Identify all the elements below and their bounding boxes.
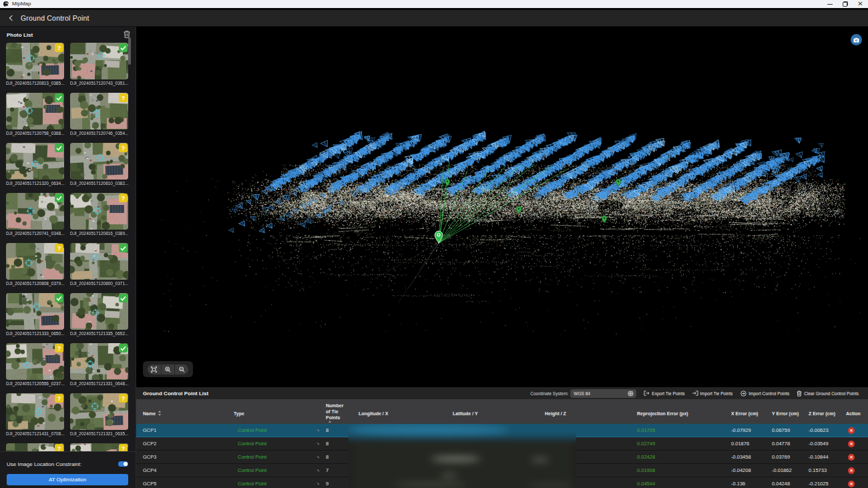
photo-item[interactable]: ? <box>6 443 64 451</box>
photo-thumbnail[interactable]: ? <box>6 393 64 430</box>
photo-thumbnail[interactable]: ? <box>70 393 128 430</box>
column-header-name[interactable]: Name <box>136 399 227 427</box>
photo-item[interactable]: ?DJI_20240517120810_0382... <box>70 143 128 187</box>
photo-item[interactable]: ?DJI_20240517120556_0237... <box>6 343 64 387</box>
photo-thumbnail[interactable]: ? <box>70 443 128 451</box>
check-icon <box>56 95 62 101</box>
photo-thumbnail[interactable]: ? <box>6 443 64 451</box>
column-header-height-z: Height / Z <box>538 399 626 427</box>
photo-thumbnail[interactable]: ? <box>70 143 128 180</box>
export-tie-points-button[interactable]: Export Tie Points <box>644 391 684 396</box>
photo-thumbnail[interactable]: ? <box>6 343 64 380</box>
zoom-out-button[interactable] <box>174 364 188 375</box>
photo-name: DJI_20240517121320_0634... <box>6 180 66 187</box>
delete-gcp-button[interactable]: ✕ <box>848 481 855 487</box>
photo-item[interactable]: DJI_20240517121331_0648... <box>70 343 128 387</box>
gcp-row-gcp1[interactable]: GCP1Control Point80.01705-0.079290.06759… <box>136 424 868 437</box>
back-icon[interactable] <box>9 15 15 21</box>
gcp-panel-actions: Coordinate System: WGS 84 <box>530 387 868 399</box>
import-tie-points-button[interactable]: Import Tie Points <box>692 391 733 396</box>
point-cloud-viewport[interactable] <box>136 27 868 387</box>
import-control-points-button[interactable]: Import Control Points <box>740 391 789 397</box>
coordinate-system-label: Coordinate System: <box>530 391 568 396</box>
photo-verified-badge <box>119 294 128 302</box>
photo-name: DJI_20240517120743_0351... <box>70 80 130 87</box>
photo-thumbnail[interactable]: ? <box>70 93 128 130</box>
page-title: Ground Control Point <box>21 14 89 22</box>
delete-gcp-button[interactable]: ✕ <box>848 427 855 434</box>
gcp-type-select[interactable]: Control Point <box>238 427 319 433</box>
photo-item[interactable]: DJI_20240517120741_0348... <box>6 193 64 237</box>
delete-gcp-button[interactable]: ✕ <box>848 454 855 461</box>
photo-item[interactable]: ?DJI_20240517121431_0708... <box>6 393 64 437</box>
photo-list-header: Photo List <box>0 27 136 43</box>
sidebar-bottom: Use Image Location Constraint: AT Optimi… <box>0 451 136 488</box>
column-header-number-of-tie-points[interactable]: Number of Tie Points <box>319 399 346 427</box>
gcp-row-gcp5[interactable]: GCP5Control Point90.04544-0.1360.04248-0… <box>136 477 868 488</box>
photo-list-scrollbar[interactable] <box>128 37 131 65</box>
screenshot-button[interactable] <box>851 34 862 45</box>
gcp-row-gcp2[interactable]: GCP2Control Point80.027490.018760.04778-… <box>136 437 868 451</box>
fit-view-button[interactable] <box>148 364 161 375</box>
gcp-type-select[interactable]: Control Point <box>238 454 319 460</box>
gcp-type-select[interactable]: Control Point <box>238 467 319 473</box>
coordinate-system-field[interactable]: WGS 84 <box>570 389 636 398</box>
delete-gcp-button[interactable]: ✕ <box>848 467 855 474</box>
gcp-name: GCP3 <box>136 454 227 460</box>
photo-item[interactable]: DJI_20240517120758_0368... <box>6 93 64 137</box>
photo-thumbnail[interactable] <box>6 293 64 330</box>
gcp-row-gcp3[interactable]: GCP3Control Point80.02428-0.034580.03769… <box>136 451 868 464</box>
photo-thumbnail[interactable] <box>70 343 128 380</box>
photo-name: DJI_20240517121335_0652... <box>70 330 130 337</box>
photo-thumbnail[interactable]: ? <box>70 193 128 230</box>
photo-item[interactable]: ?DJI_20240517120746_0354... <box>70 93 128 137</box>
clear-gcp-label: Clear Ground Control Points <box>804 391 859 396</box>
close-button[interactable]: ✕ <box>853 0 868 8</box>
import-control-points-label: Import Control Points <box>748 391 789 396</box>
point-cloud-canvas[interactable] <box>136 27 868 387</box>
gcp-tie-points: 9 <box>319 481 352 487</box>
photo-item[interactable]: DJI_20240517121335_0652... <box>70 293 128 337</box>
photo-sidebar: Photo List ?DJI_20240517120813_0385...DJ… <box>0 27 136 488</box>
photo-item[interactable]: ? <box>70 443 128 451</box>
photo-thumbnail[interactable] <box>6 93 64 130</box>
gcp-type-select[interactable]: Control Point <box>238 441 319 447</box>
gcp-type-cell: Control Point <box>227 427 319 433</box>
gcp-type-select[interactable]: Control Point <box>238 481 319 487</box>
check-icon <box>120 296 126 301</box>
gcp-y-error: 0.06759 <box>765 427 802 433</box>
photo-item[interactable]: DJI_20240517121333_0650... <box>6 293 64 337</box>
chevron-down-icon <box>317 481 319 485</box>
photo-name: DJI_20240517121431_0708... <box>6 431 66 437</box>
gcp-panel-title: Ground Control Point List <box>143 391 208 397</box>
photo-thumbnail[interactable] <box>6 143 64 180</box>
minimize-button[interactable] <box>822 0 837 8</box>
gcp-type-value: Control Point <box>238 441 266 447</box>
clear-gcp-button[interactable]: Clear Ground Control Points <box>797 391 859 397</box>
delete-gcp-button[interactable]: ✕ <box>848 441 855 447</box>
at-optimization-button[interactable]: AT Optimization <box>7 474 128 485</box>
photo-item[interactable]: ?DJI_20240517120816_0389... <box>70 193 128 237</box>
photo-thumbnail[interactable]: ? <box>6 43 64 79</box>
photo-thumbnail[interactable] <box>70 43 128 79</box>
photo-item[interactable]: DJI_20240517121320_0634... <box>6 143 64 187</box>
photo-item[interactable]: DJI_20240517120743_0351... <box>70 43 128 87</box>
restore-button[interactable] <box>837 0 853 8</box>
photo-thumbnail[interactable]: ? <box>6 243 64 280</box>
photo-item[interactable]: DJI_20240517120800_0371... <box>70 243 128 287</box>
gcp-tie-points: 8 <box>319 427 352 433</box>
photo-thumbnail[interactable] <box>6 193 64 230</box>
gcp-type-value: Control Point <box>238 467 266 473</box>
photo-item[interactable]: ?DJI_20240517121321_0635... <box>70 393 128 437</box>
photo-item[interactable]: ?DJI_20240517120813_0385... <box>6 43 64 87</box>
photo-thumbnail[interactable] <box>70 243 128 280</box>
zoom-in-button[interactable] <box>161 364 175 375</box>
image-location-constraint-toggle[interactable] <box>118 461 128 467</box>
sort-icon[interactable] <box>158 411 162 416</box>
photo-item[interactable]: ?DJI_20240517120808_0379... <box>6 243 64 287</box>
photo-verified-badge <box>55 93 63 102</box>
gcp-row-gcp4[interactable]: GCP4Control Point70.01908-0.04208-0.0186… <box>136 464 868 477</box>
gcp-x-error: -0.07929 <box>724 427 765 433</box>
photo-thumbnail[interactable] <box>70 293 128 330</box>
chevron-down-icon <box>317 468 319 471</box>
